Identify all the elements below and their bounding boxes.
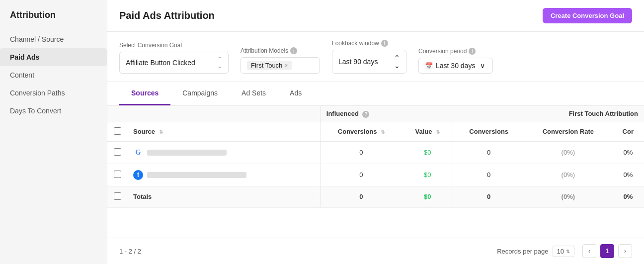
- table-column-headers: Source ⇅ Conversions ⇅ Value ⇅ Conversio…: [107, 122, 644, 141]
- influenced-info-icon[interactable]: ?: [362, 111, 369, 118]
- tab-ad-sets[interactable]: Ad Sets: [230, 82, 278, 105]
- google-ft-conversions: 0: [453, 141, 524, 164]
- attribution-models-info-icon[interactable]: i: [290, 47, 297, 54]
- table-footer: 1 - 2 / 2 Records per page 10 ⇅ ‹ 1 ›: [107, 238, 644, 264]
- per-page-arrows-icon: ⇅: [566, 249, 570, 254]
- attribution-models-label: Attribution Models i: [241, 47, 320, 54]
- influenced-conversions-sort-icon[interactable]: ⇅: [381, 129, 385, 135]
- totals-ft-col: 0%: [612, 186, 644, 207]
- th-empty-group: [107, 106, 320, 122]
- th-ft-conversions: Conversions: [453, 122, 524, 141]
- lookback-window-filter: Lookback window i Last 90 days ⌃⌄: [332, 40, 406, 74]
- page-1-button[interactable]: 1: [600, 244, 614, 258]
- facebook-influenced-value: $0: [402, 164, 453, 186]
- th-ft-conversion-rate: Conversion Rate: [524, 122, 612, 141]
- th-influenced-conversions: Conversions ⇅: [320, 122, 402, 141]
- attribution-model-field[interactable]: First Touch ×: [241, 57, 320, 74]
- google-influenced-conversions: 0: [320, 141, 402, 164]
- conversion-goal-label: Select Conversion Goal: [119, 42, 229, 49]
- totals-checkbox[interactable]: [114, 192, 121, 200]
- th-first-touch-group: First Touch Attribution: [453, 106, 644, 122]
- totals-ft-conversions: 0: [453, 186, 524, 207]
- source-cell-facebook: f: [127, 164, 320, 186]
- create-conversion-goal-button[interactable]: Create Conversion Goal: [543, 8, 632, 23]
- google-ft-conversion-rate: (0%): [524, 141, 612, 164]
- next-page-button[interactable]: ›: [618, 244, 632, 258]
- conversion-goal-filter: Select Conversion Goal Affiliate Button …: [119, 42, 229, 74]
- per-page-value: 10: [557, 248, 564, 255]
- th-source: Source ⇅: [127, 122, 320, 141]
- google-icon: G: [133, 148, 143, 158]
- attribution-model-tag: First Touch ×: [247, 61, 292, 70]
- facebook-icon: f: [133, 170, 143, 180]
- facebook-value-amount: $0: [424, 171, 431, 178]
- conversion-period-select[interactable]: 📅 Last 30 days ∨: [418, 58, 493, 74]
- records-per-page-select[interactable]: 10 ⇅: [553, 246, 574, 257]
- sidebar: Attribution Channel / Source Paid Ads Co…: [0, 0, 107, 264]
- records-per-page-label: Records per page: [497, 248, 548, 255]
- lookback-window-value: Last 90 days: [338, 58, 378, 66]
- google-ft-col: 0%: [612, 141, 644, 164]
- source-cell-google: G: [127, 141, 320, 164]
- th-influenced-group: Influenced ?: [320, 106, 453, 122]
- data-table: Influenced ? First Touch Attribution Sou…: [107, 106, 644, 208]
- facebook-source-bar: [147, 172, 246, 178]
- google-influenced-value: $0: [402, 141, 453, 164]
- sidebar-item-conversion-paths[interactable]: Conversion Paths: [0, 84, 107, 102]
- sidebar-item-channel-source[interactable]: Channel / Source: [0, 30, 107, 48]
- influenced-value-sort-icon[interactable]: ⇅: [436, 129, 440, 135]
- conversion-goal-value: Affiliate Button Clicked: [126, 59, 195, 67]
- conversion-goal-select[interactable]: Affiliate Button Clicked ⌃⌄: [119, 52, 229, 74]
- th-checkbox: [107, 122, 127, 141]
- table-header-group: Influenced ? First Touch Attribution: [107, 106, 644, 122]
- lookback-chevron-icon: ⌃⌄: [394, 54, 400, 70]
- main-content: Paid Ads Attribution Create Conversion G…: [107, 0, 644, 264]
- table-row: f 0 $0 0 (0%) 0%: [107, 164, 644, 186]
- pagination-info: 1 - 2 / 2: [119, 248, 141, 255]
- table-row: G 0 $0 0 (0%) 0%: [107, 141, 644, 164]
- sidebar-item-paid-ads[interactable]: Paid Ads: [0, 48, 107, 66]
- sidebar-item-content[interactable]: Content: [0, 66, 107, 84]
- sidebar-item-days-to-convert[interactable]: Days To Convert: [0, 102, 107, 120]
- data-table-container: Influenced ? First Touch Attribution Sou…: [107, 106, 644, 238]
- pagination-controls: ‹ 1 ›: [582, 244, 632, 258]
- google-source-bar: [147, 150, 227, 156]
- totals-ft-conversion-rate: (0%): [524, 186, 612, 207]
- lookback-window-select[interactable]: Last 90 days ⌃⌄: [332, 50, 406, 74]
- totals-row: Totals 0 $0 0 (0%) 0%: [107, 186, 644, 207]
- tabs-row: Sources Campaigns Ad Sets Ads: [107, 82, 644, 106]
- row-facebook-checkbox[interactable]: [114, 171, 121, 178]
- th-influenced-value: Value ⇅: [402, 122, 453, 141]
- lookback-window-info-icon[interactable]: i: [381, 40, 388, 47]
- page-title: Paid Ads Attribution: [119, 10, 215, 21]
- facebook-ft-conversion-rate: (0%): [524, 164, 612, 186]
- row-checkbox-cell: [107, 141, 127, 164]
- row-google-checkbox[interactable]: [114, 148, 121, 156]
- totals-influenced-value: $0: [402, 186, 453, 207]
- main-header: Paid Ads Attribution Create Conversion G…: [107, 0, 644, 32]
- tab-sources[interactable]: Sources: [119, 82, 170, 105]
- filters-row: Select Conversion Goal Affiliate Button …: [107, 32, 644, 82]
- select-all-checkbox[interactable]: [114, 127, 121, 135]
- prev-page-button[interactable]: ‹: [582, 244, 596, 258]
- tab-campaigns[interactable]: Campaigns: [170, 82, 230, 105]
- lookback-window-label: Lookback window i: [332, 40, 406, 47]
- conversion-period-label: Conversion period i: [418, 48, 493, 55]
- records-per-page: Records per page 10 ⇅: [497, 246, 574, 257]
- facebook-influenced-conversions: 0: [320, 164, 402, 186]
- attribution-models-filter: Attribution Models i First Touch ×: [241, 47, 320, 74]
- row-checkbox-cell: [107, 164, 127, 186]
- conversion-period-info-icon[interactable]: i: [469, 48, 476, 55]
- sidebar-title: Attribution: [0, 10, 107, 30]
- calendar-icon: 📅: [425, 62, 433, 70]
- totals-checkbox-cell: [107, 186, 127, 207]
- tag-close-icon[interactable]: ×: [284, 62, 288, 69]
- facebook-ft-col: 0%: [612, 164, 644, 186]
- source-sort-icon[interactable]: ⇅: [159, 129, 163, 135]
- conversion-period-value: Last 30 days: [436, 62, 475, 70]
- conversion-period-filter: Conversion period i 📅 Last 30 days ∨: [418, 48, 493, 74]
- chevron-down-icon: ⌃⌄: [217, 56, 222, 70]
- totals-influenced-conversions: 0: [320, 186, 402, 207]
- tab-ads[interactable]: Ads: [278, 82, 314, 105]
- google-value-amount: $0: [424, 149, 431, 156]
